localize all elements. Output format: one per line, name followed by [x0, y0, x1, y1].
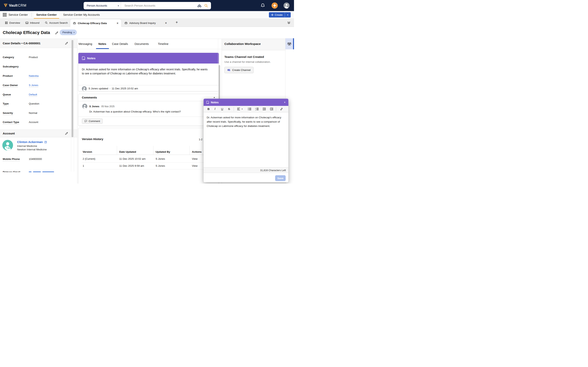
table-bottom-border [82, 169, 216, 169]
account-name-link[interactable]: Clinton Ackerman [17, 140, 43, 144]
dot-separator: • [110, 87, 110, 90]
app-selector-label[interactable]: Service Center [9, 13, 28, 16]
tab-advisory-board-inquiry[interactable]: Advisory Board Inquiry ✕ [122, 19, 170, 27]
search-scope-select[interactable]: Person Accounts ▾ [84, 4, 121, 7]
strikethrough-button[interactable]: S [228, 107, 230, 110]
case-briefcase-icon [124, 21, 128, 25]
create-channel-label: Create Channel [232, 69, 251, 72]
comments-divider [78, 117, 219, 117]
account-section-title: Account [3, 132, 15, 135]
tab-messaging[interactable]: Messaging [78, 42, 92, 45]
popup-collapse-caret-icon[interactable]: ▾ [284, 101, 285, 104]
create-caret-icon[interactable]: ▾ [285, 14, 291, 16]
edit-account-pencil-icon[interactable] [65, 132, 68, 135]
edit-case-pencil-icon[interactable] [65, 42, 68, 45]
comments-header: Comments ▲ [78, 94, 219, 101]
sparkle-action-button[interactable] [272, 0, 278, 11]
column-separator [189, 146, 190, 155]
outdent-button[interactable] [263, 108, 266, 110]
table-row-border [82, 162, 216, 163]
app-nav-row: Service Center Service Center Service Ce… [0, 11, 294, 19]
popup-note-editor[interactable]: Dr. Ackerman asked for more information … [207, 115, 286, 128]
rich-text-toolbar: B I U S ▾ [204, 106, 288, 112]
binoculars-icon[interactable] [197, 3, 202, 8]
link-button[interactable] [280, 108, 283, 111]
view-link[interactable]: View [192, 157, 197, 160]
new-tab-button[interactable]: + [176, 20, 178, 25]
people-group-icon [287, 42, 291, 46]
clipped-primary-email-row: Primary Email [0, 170, 70, 172]
footer-avatar [82, 86, 87, 91]
search-input[interactable] [121, 4, 191, 7]
edit-title-pencil-icon[interactable] [55, 31, 59, 35]
status-badge[interactable]: Pending ▾ [60, 30, 77, 35]
account-section-header: Account [0, 130, 77, 137]
tab-overview-label: Overview [9, 21, 20, 24]
tab-overview[interactable]: Overview [5, 19, 20, 27]
underline-button[interactable]: U [221, 107, 223, 110]
save-button[interactable]: Save [275, 175, 286, 181]
collapse-comments-icon[interactable]: ▲ [213, 96, 215, 98]
search-submit-icon[interactable] [204, 3, 208, 8]
external-link-icon[interactable] [44, 141, 47, 144]
field-label-category: Category [3, 56, 14, 59]
teams-channel-heading: Teams Channel not Created [224, 55, 264, 59]
cell-date-updated: 11 Dec 2025 9:59 am [119, 164, 144, 167]
nav-tab-service-center[interactable]: Service Center [34, 11, 59, 19]
teams-channel-subtext: Use a channel for internal collaboration… [224, 60, 271, 63]
tab-documents[interactable]: Documents [135, 42, 149, 45]
comment-avatar [82, 104, 87, 109]
notifications-button[interactable] [260, 0, 265, 11]
tab-case-details[interactable]: Case Details [112, 42, 128, 45]
column-separator [117, 146, 117, 155]
popup-title: Notes [211, 101, 219, 104]
vault-crm-logo[interactable]: Vault CRM [3, 3, 26, 8]
italic-button[interactable]: I [214, 107, 215, 110]
note-body-text: Dr. Ackerman asked for more information … [78, 64, 213, 75]
character-count-strip: 31,816 Characters Left [204, 167, 288, 173]
comments-card: Comments ▲ S Jones 05 Nov 2025 Dr. Acker… [78, 94, 219, 126]
field-label-case-owner: Case Owner [3, 84, 18, 87]
vault-crm-app: Vault CRM Person Accounts ▾ [0, 0, 294, 184]
field-value-severity: Normal [29, 111, 37, 114]
view-link[interactable]: View [192, 164, 197, 167]
rail-collaboration-cell[interactable] [285, 38, 293, 49]
col-header-date-updated[interactable]: Date Updated [119, 150, 136, 153]
col-header-updated-by[interactable]: Updated By [155, 150, 170, 153]
field-link-queue[interactable]: Default [29, 93, 37, 97]
close-tab-icon[interactable]: ✕ [164, 22, 170, 25]
tab-cholecap-efficacy-data[interactable]: Cholecap Efficacy Data ✕ [70, 19, 121, 27]
field-label-severity: Severity [3, 111, 13, 115]
tab-account-search[interactable]: Account Search [45, 19, 68, 27]
field-label-type: Type [3, 102, 9, 106]
left-panel-scrollbar[interactable] [72, 40, 73, 137]
search-tab-icon [45, 21, 48, 24]
user-avatar-button[interactable] [283, 0, 290, 11]
app-waffle-icon[interactable] [3, 13, 7, 17]
align-button[interactable] [237, 108, 240, 110]
case-title-row: Cholecap Efficacy Data Pending ▾ [0, 27, 294, 39]
nav-tab-service-center-my-accounts[interactable]: Service Center My Accounts [62, 11, 101, 19]
tab-notes[interactable]: Notes [98, 42, 106, 45]
create-channel-button[interactable]: Create Channel [224, 67, 254, 73]
bullet-list-button[interactable] [248, 108, 251, 110]
field-link-case-owner[interactable]: S Jones [29, 84, 38, 87]
col-header-version[interactable]: Version [83, 150, 92, 153]
numbered-list-button[interactable] [255, 108, 259, 110]
field-link-product[interactable]: Natevba [29, 75, 39, 78]
comment-button-label: Comment [89, 120, 100, 123]
create-button[interactable]: Create ▾ [269, 12, 291, 17]
left-scroll-track-border [74, 39, 74, 172]
bold-button[interactable]: B [207, 107, 210, 110]
align-caret-icon[interactable]: ▾ [242, 108, 243, 110]
comment-button[interactable]: Comment [82, 118, 103, 124]
tab-inbound[interactable]: Inbound [25, 19, 40, 27]
tab-timeline[interactable]: Timeline [158, 42, 168, 45]
plus-icon [271, 14, 273, 16]
popup-header[interactable]: Notes ▾ [204, 99, 288, 106]
collaboration-header: Collaboration Workspace [222, 39, 285, 50]
close-tab-icon[interactable]: ✕ [115, 22, 121, 25]
indent-button[interactable] [270, 108, 273, 110]
account-specialty: Internal Medicine [17, 145, 37, 148]
chevron-double-down-icon[interactable] [287, 21, 291, 25]
